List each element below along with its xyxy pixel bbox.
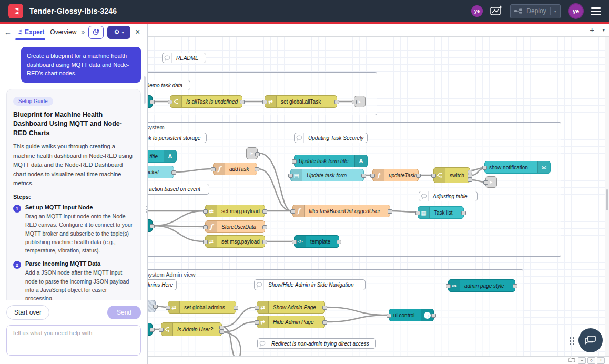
- output-port[interactable]: [240, 100, 245, 104]
- node-stub-1[interactable]: [147, 95, 153, 108]
- node-set-msg-payload-2[interactable]: ⇄set msg.payload: [205, 235, 265, 248]
- output-port[interactable]: [150, 224, 155, 228]
- node-set-global-admins[interactable]: ⇄set global.admins: [168, 301, 236, 314]
- output-port[interactable]: [361, 174, 366, 178]
- output-port[interactable]: [262, 225, 267, 229]
- output-port[interactable]: [322, 320, 327, 325]
- flow-list-caret-icon[interactable]: ▾: [602, 27, 605, 33]
- node-show-admin-page[interactable]: ⇄Show Admin Page: [257, 301, 325, 314]
- navigator-button[interactable]: [567, 357, 576, 364]
- input-port[interactable]: [262, 100, 267, 104]
- node-adjusting-table-comment[interactable]: Adjusting table: [419, 191, 478, 201]
- output-port[interactable]: [262, 240, 267, 244]
- input-port[interactable]: [166, 306, 170, 310]
- output-port[interactable]: [171, 170, 176, 175]
- user-avatar[interactable]: ye: [568, 3, 584, 19]
- output-port[interactable]: [153, 305, 158, 309]
- node-template[interactable]: </>template: [294, 235, 339, 248]
- node-updating-task-comment[interactable]: Updating Task Securely: [294, 133, 368, 143]
- output-port[interactable]: [513, 284, 517, 288]
- node-switch-1[interactable]: switch: [433, 167, 470, 183]
- tabs-overflow-chevron[interactable]: »: [81, 28, 85, 36]
- output-port[interactable]: [461, 211, 466, 215]
- input-port[interactable]: [431, 174, 436, 178]
- output-port[interactable]: [219, 330, 224, 334]
- output-port[interactable]: [388, 209, 392, 214]
- input-port[interactable]: [203, 209, 208, 214]
- deploy-button[interactable]: Deploy ▾: [510, 4, 561, 18]
- output-port[interactable]: [334, 100, 339, 104]
- flowfuse-logo-icon[interactable]: [8, 4, 23, 18]
- output-port[interactable]: [255, 152, 260, 156]
- node-show-notification[interactable]: show notification✉: [484, 161, 551, 174]
- zoom-reset-button[interactable]: ○: [587, 357, 595, 364]
- node-set-msg-payload-1[interactable]: ⇄set msg.payload: [205, 205, 265, 217]
- node-ui-control[interactable]: ui control→: [389, 309, 434, 321]
- canvas-vscrollbar-thumb[interactable]: [606, 189, 608, 210]
- input-port[interactable]: [159, 328, 164, 332]
- input-port[interactable]: [290, 209, 295, 214]
- node-is-alltask-undefined[interactable]: Is allTask is undefined: [170, 95, 242, 108]
- input-port[interactable]: [288, 174, 293, 178]
- input-port[interactable]: [415, 211, 420, 215]
- node-showhide-admin-comment[interactable]: Show/Hide Admin in Side Navigation: [254, 279, 366, 290]
- node-link-out-2[interactable]: ►: [485, 176, 497, 188]
- node-is-admin-user[interactable]: Is Admin User?: [161, 322, 222, 336]
- node-add-admins-comment[interactable]: Add Admins Here: [147, 279, 177, 290]
- node-save-task-comment[interactable]: Save task to persistent storage: [147, 133, 207, 143]
- output-port[interactable]: [431, 314, 436, 318]
- zoom-in-button[interactable]: +: [597, 357, 605, 364]
- output-port[interactable]: [416, 174, 421, 178]
- usage-pie-button[interactable]: [88, 26, 104, 39]
- input-port[interactable]: [168, 100, 172, 104]
- panel-resize-grip[interactable]: [146, 206, 147, 213]
- settings-dropdown-button[interactable]: ⚙▾: [107, 26, 130, 39]
- tab-overview[interactable]: Overview: [49, 25, 77, 39]
- assistant-chat-fab[interactable]: [578, 328, 603, 352]
- input-port[interactable]: [211, 167, 216, 171]
- zoom-out-button[interactable]: −: [578, 357, 586, 364]
- node-addtask[interactable]: ƒaddTask: [213, 163, 257, 175]
- node-action-event-comment[interactable]: Take action based on event: [147, 184, 209, 195]
- node-hide-admin-page[interactable]: ⇄Hide Admin Page: [257, 316, 325, 328]
- add-flow-button[interactable]: +: [590, 25, 594, 34]
- assistant-conversation[interactable]: Create a blueprint for a machine health …: [0, 41, 147, 300]
- output-port[interactable]: [150, 328, 155, 332]
- input-port[interactable]: [255, 306, 259, 310]
- input-port[interactable]: [255, 320, 259, 325]
- node-link-call-1[interactable]: ►: [246, 147, 258, 159]
- send-button[interactable]: Send: [107, 306, 141, 319]
- input-port[interactable]: [482, 166, 487, 170]
- input-port[interactable]: [203, 240, 208, 244]
- output-port[interactable]: [262, 209, 267, 214]
- node-updatetask[interactable]: ƒupdateTask: [372, 169, 419, 181]
- close-panel-icon[interactable]: ×: [135, 27, 140, 37]
- collaborator-avatar[interactable]: ye: [471, 5, 483, 17]
- node-demo-task-data-comment[interactable]: Demo task data: [147, 80, 190, 90]
- panel-scrollbar-thumb[interactable]: [144, 76, 146, 104]
- output-port[interactable]: [150, 100, 155, 104]
- node-add-ticket[interactable]: ▤Add ticket: [147, 166, 174, 178]
- node-update-task-form[interactable]: ▤Update task form: [290, 169, 364, 181]
- ai-assistant-icon[interactable]: [490, 5, 503, 17]
- node-stub-hatched[interactable]: [147, 300, 156, 312]
- input-port[interactable]: [446, 284, 451, 288]
- node-set-global-alltask[interactable]: ⇄set global.allTask: [265, 95, 337, 108]
- node-stub-2[interactable]: [147, 219, 153, 232]
- input-port[interactable]: [352, 100, 357, 104]
- canvas-vscrollbar[interactable]: [605, 37, 609, 356]
- flow-group-demo-task-data[interactable]: [147, 72, 377, 115]
- input-port[interactable]: [483, 180, 488, 185]
- input-port[interactable]: [203, 225, 208, 229]
- flow-canvas[interactable]: + ▾ − ○ + Task management systemTask man…: [147, 24, 609, 364]
- output-port[interactable]: [337, 240, 341, 244]
- node-stub-3[interactable]: [147, 323, 153, 336]
- input-port[interactable]: [370, 174, 375, 178]
- node-filter-task[interactable]: ƒfilterTaskBasedOnLoggedUser: [292, 205, 390, 217]
- output-port[interactable]: [322, 306, 327, 310]
- output-port[interactable]: [255, 167, 259, 171]
- back-button[interactable]: ←: [4, 28, 12, 36]
- output-port[interactable]: [468, 178, 472, 182]
- assistant-fab-grip[interactable]: [570, 337, 574, 345]
- start-over-button[interactable]: Start over: [6, 305, 49, 320]
